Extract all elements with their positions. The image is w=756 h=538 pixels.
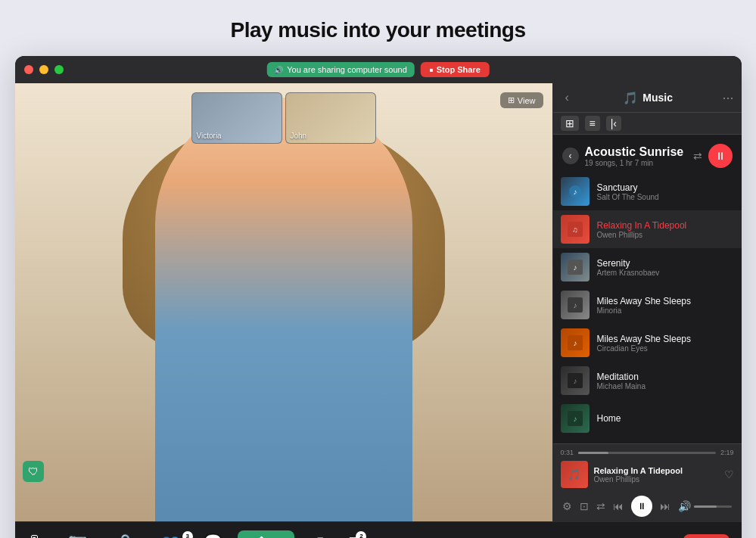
thumbnail-john-label: John [291,132,307,140]
now-playing-details: Relaxing In A Tidepool Owen Phillips [594,466,718,484]
now-playing-name: Relaxing In A Tidepool [594,466,718,475]
settings-button[interactable]: ⚙ [562,500,572,512]
song-name-milesaway1: Miles Away She Sleeps [597,296,734,306]
view-button[interactable]: View [500,92,543,108]
song-item-meditation[interactable]: ♪ Meditation Michael Maina [553,362,742,400]
participants-badge: 3 [182,531,193,539]
music-app-icon: 🎵 [623,91,638,105]
svg-text:♪: ♪ [573,263,577,272]
sidebar-back-button[interactable]: ‹ [561,89,574,106]
sidebar-header: ‹ 🎵 Music ··· [553,83,742,113]
now-playing-info: 🎵 Relaxing In A Tidepool Owen Phillips ♡ [553,458,742,493]
record-icon: ⏺ [313,534,328,539]
svg-text:♪: ♪ [573,339,577,347]
next-button[interactable]: ⏭ [660,500,670,512]
now-playing-bar: 0:31 2:19 🎵 Relaxing In A Tidepool Owen … [553,443,742,521]
close-button[interactable] [24,65,33,74]
mute-button-group[interactable]: 🎙 ▲ Mute [27,533,50,538]
stop-share-button[interactable]: Stop Share [421,62,490,77]
svg-text:♫: ♫ [572,225,578,234]
now-playing-artist: Owen Phillips [594,475,718,484]
song-artist-meditation: Michael Maina [597,382,734,390]
main-video: Victoria John View 🛡 [15,83,552,521]
song-item-milesaway2[interactable]: ♪ Miles Away She Sleeps Circadian Eyes [553,324,742,362]
chat-button[interactable]: 💬 Chat [204,534,222,539]
song-item-tidepool[interactable]: ♫ Relaxing In A Tidepool Owen Phillips [553,210,742,248]
thumbnail-john: John [285,92,376,144]
security-button[interactable]: 🔒 Security [113,534,138,539]
progress-track[interactable] [578,452,716,454]
song-thumb-serenity: ♪ [561,253,590,281]
video-icon: 📷 [68,533,87,538]
np-play-pause-button[interactable]: ⏸ [631,496,652,517]
prev-button[interactable]: ⏮ [613,500,624,512]
play-pause-button[interactable]: ⏸ [708,144,733,168]
song-item-home[interactable]: ♪ Home [553,400,742,437]
song-details-home: Home [597,413,734,424]
record-button[interactable]: ⏺ Record [310,534,331,539]
song-name-tidepool: Relaxing In A Tidepool [597,220,734,231]
song-details-milesaway2: Miles Away She Sleeps Circadian Eyes [597,334,734,353]
now-playing-thumb: 🎵 [561,461,588,488]
sharing-banner: You are sharing computer sound Stop Shar… [266,62,490,77]
song-thumb-meditation: ♪ [561,366,590,395]
time-total: 2:19 [720,449,734,456]
song-item-milesaway1[interactable]: ♪ Miles Away She Sleeps Minoria [553,286,742,324]
song-artist-milesaway1: Minoria [597,306,734,315]
song-thumb-milesaway2: ♪ [561,328,590,357]
sort-button[interactable]: |‹ [606,116,621,131]
playlist-name: Acoustic Sunrise [585,145,687,159]
grid-view-button[interactable]: ⊞ [561,116,579,131]
participant-body [155,98,412,521]
volume-track[interactable] [694,505,732,508]
view-label: View [518,96,536,105]
playlist-area[interactable]: ‹ Acoustic Sunrise 19 songs, 1 hr 7 min … [553,135,742,443]
participants-icon: 👥 [161,534,180,539]
sharing-indicator: You are sharing computer sound [266,62,415,77]
playlist-meta: 19 songs, 1 hr 7 min [585,159,687,167]
song-thumb-tidepool: ♫ [561,215,590,244]
song-thumb-sanctuary: ♪ [561,177,590,206]
airplay-button[interactable]: ⊡ [580,500,589,512]
time-current: 0:31 [561,449,574,456]
list-view-button[interactable]: ≡ [585,116,600,131]
apps-badge: 2 [356,531,366,539]
heart-button[interactable]: ♡ [724,468,734,480]
volume-icon[interactable]: 🔊 [678,500,691,512]
song-details-milesaway1: Miles Away She Sleeps Minoria [597,296,734,315]
song-details-tidepool: Relaxing In A Tidepool Owen Phillips [597,220,734,239]
main-area: Victoria John View 🛡 ‹ [15,83,742,521]
playlist-info: Acoustic Sunrise 19 songs, 1 hr 7 min [585,145,687,167]
song-item-sanctuary[interactable]: ♪ Sanctuary Salt Of The Sound [553,173,742,210]
svg-text:♪: ♪ [573,188,577,196]
music-sidebar: ‹ 🎵 Music ··· ⊞ ≡ |‹ ‹ Acoustic S [552,83,742,521]
security-icon: 🔒 [116,534,135,539]
maximize-button[interactable] [54,65,64,74]
share-screen-button[interactable]: ⬆ ▲ Share Screen [238,530,294,539]
progress-bar-area: 0:31 2:19 [553,444,742,458]
sidebar-more-button[interactable]: ··· [722,90,733,106]
song-item-serenity[interactable]: ♪ Serenity Artem Krasnobaev [553,248,742,286]
playlist-back-button[interactable]: ‹ [562,148,579,164]
zoom-toolbar: 🎙 ▲ Mute 📷 ▲ Stop Video 🔒 Security 👥 3 [15,521,742,538]
shuffle-button[interactable]: ⇄ [693,150,702,162]
shuffle-btn-np[interactable]: ⇄ [596,500,605,512]
song-name-serenity: Serenity [597,258,734,269]
song-name-meditation: Meditation [597,372,734,382]
apps-button[interactable]: ⊞ 2 Apps [347,534,362,539]
song-artist-tidepool: Owen Phillips [597,231,734,239]
song-artist-serenity: Artem Krasnobaev [597,269,734,277]
minimize-button[interactable] [39,65,48,74]
song-details-serenity: Serenity Artem Krasnobaev [597,258,734,277]
thumbnail-victoria: Victoria [191,92,282,144]
page-title: Play music into your meetings [230,18,525,42]
end-button[interactable]: End [683,534,730,538]
app-window: You are sharing computer sound Stop Shar… [15,56,742,538]
svg-text:♪: ♪ [573,377,577,385]
song-artist-milesaway2: Circadian Eyes [597,344,734,353]
playlist-header: ‹ Acoustic Sunrise 19 songs, 1 hr 7 min … [553,135,742,173]
song-artist-sanctuary: Salt Of The Sound [597,193,734,201]
thumbnail-strip: Victoria John [191,92,376,144]
participants-button[interactable]: 👥 3 Participants [153,534,188,539]
stop-video-button-group[interactable]: 📷 ▲ Stop Video [64,533,98,538]
